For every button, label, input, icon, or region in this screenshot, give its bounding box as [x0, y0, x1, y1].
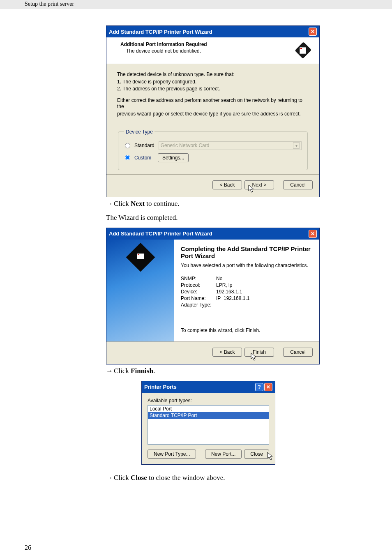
- kv-key: Device:: [181, 289, 216, 295]
- body-text: 1. The device is properly configured.: [117, 79, 309, 85]
- chevron-down-icon: ▾: [293, 142, 300, 149]
- instruction-text: .: [153, 367, 155, 375]
- svg-rect-2: [137, 254, 144, 259]
- kv-key: Adapter Type:: [181, 302, 216, 308]
- kv-row: SNMP:No: [181, 276, 313, 281]
- kv-value: IP_192.168.1.1: [216, 295, 249, 301]
- custom-radio-label[interactable]: Custom: [124, 155, 154, 161]
- settings-button[interactable]: Settings...: [158, 153, 189, 162]
- dropdown-value: Generic Network Card: [161, 143, 210, 148]
- body-text: 2. The address on the previous page is c…: [117, 86, 309, 92]
- device-type-legend: Device Type: [124, 129, 154, 135]
- next-button[interactable]: Next >: [244, 180, 274, 189]
- available-ports-label: Available port types:: [148, 398, 269, 404]
- standard-type-dropdown: Generic Network Card ▾: [159, 141, 302, 150]
- dialog-title: Add Standard TCP/IP Printer Port Wizard: [109, 29, 212, 35]
- list-item[interactable]: Standard TCP/IP Port: [148, 412, 269, 419]
- wizard-header: Additional Port Information Required The…: [106, 37, 319, 64]
- instruction-2: Click Finnish.: [106, 367, 392, 375]
- instruction-text: Click: [114, 367, 131, 375]
- instruction-3: Click Close to close the window above.: [106, 474, 392, 482]
- instruction-bold: Next: [131, 200, 145, 208]
- wizard-footer: < Back Finish Cancel: [106, 341, 319, 364]
- dialog-title: Add Standard TCP/IP Printer Port Wizard: [109, 231, 212, 237]
- body-text: previous wizard page or select the devic…: [117, 111, 309, 118]
- titlebar: Add Standard TCP/IP Printer Port Wizard …: [106, 26, 319, 37]
- page-header: Setup the print server: [0, 0, 392, 9]
- arrow-icon: [106, 367, 114, 375]
- close-icon[interactable]: ✕: [309, 230, 317, 238]
- printer-ports-dialog: Printer Ports ? ✕ Available port types: …: [141, 381, 275, 465]
- wizard-body: The detected device is of unknown type. …: [106, 64, 319, 174]
- kv-row: Device:192.168.1.1: [181, 289, 313, 295]
- finish-button[interactable]: Finish: [244, 348, 274, 357]
- kv-key: Port Name:: [181, 295, 216, 301]
- new-port-button[interactable]: New Port...: [205, 450, 242, 459]
- kv-value: 192.168.1.1: [216, 289, 242, 295]
- instruction-1: Click Next to continue.: [106, 200, 392, 208]
- printer-icon: [294, 42, 312, 60]
- cancel-button[interactable]: Cancel: [283, 180, 313, 189]
- kv-row: Protocol:LPR, lp: [181, 282, 313, 288]
- completion-msg: To complete this wizard, click Finish.: [181, 327, 313, 333]
- dialog-body: Available port types: Local Port Standar…: [142, 393, 275, 464]
- close-icon[interactable]: ✕: [264, 383, 272, 391]
- standard-radio[interactable]: [125, 143, 130, 148]
- port-types-listbox[interactable]: Local Port Standard TCP/IP Port: [148, 405, 269, 445]
- standard-radio-label[interactable]: Standard: [124, 143, 154, 148]
- titlebar: Add Standard TCP/IP Printer Port Wizard …: [106, 228, 319, 240]
- body-text: The detected device is of unknown type. …: [117, 71, 309, 78]
- wizard-sidebar-image: [106, 240, 174, 341]
- device-type-group: Device Type Standard Generic Network Car…: [118, 129, 308, 170]
- custom-radio[interactable]: [125, 155, 130, 160]
- instruction-mid: The Wizard is completed.: [106, 214, 392, 222]
- help-icon[interactable]: ?: [255, 383, 263, 391]
- titlebar: Printer Ports ? ✕: [142, 381, 275, 393]
- kv-value: LPR, lp: [216, 282, 232, 288]
- completion-title: Completing the Add Standard TCP/IP Print…: [181, 245, 313, 259]
- list-item[interactable]: Local Port: [148, 406, 269, 412]
- svg-rect-1: [300, 48, 302, 49]
- close-icon[interactable]: ✕: [309, 28, 317, 36]
- kv-value: No: [216, 276, 222, 281]
- printer-icon: [126, 242, 155, 272]
- completion-desc: You have selected a port with the follow…: [181, 263, 313, 268]
- cancel-button[interactable]: Cancel: [283, 348, 313, 357]
- new-port-type-button[interactable]: New Port Type...: [148, 450, 196, 459]
- kv-key: SNMP:: [181, 276, 216, 281]
- back-button[interactable]: < Back: [212, 348, 242, 357]
- back-button[interactable]: < Back: [212, 180, 242, 189]
- wizard-body: Completing the Add Standard TCP/IP Print…: [106, 240, 319, 341]
- custom-radio-text: Custom: [134, 155, 151, 161]
- body-text: Either correct the address and perform a…: [117, 97, 309, 110]
- wizard-header-title: Additional Port Information Required: [120, 42, 291, 47]
- instruction-text: to close the window above.: [147, 474, 225, 482]
- kv-row: Adapter Type:: [181, 302, 313, 308]
- instruction-text: Click: [114, 474, 131, 482]
- arrow-icon: [106, 200, 114, 208]
- close-button[interactable]: Close: [244, 450, 269, 459]
- dialog-footer: New Port Type... New Port... Close: [148, 450, 269, 459]
- dialog-title: Printer Ports: [144, 384, 177, 390]
- standard-radio-text: Standard: [134, 143, 154, 148]
- instruction-bold: Finnish: [131, 367, 153, 375]
- wizard-dialog-1: Add Standard TCP/IP Printer Port Wizard …: [106, 25, 320, 197]
- instruction-bold: Close: [131, 474, 147, 482]
- kv-key: Protocol:: [181, 282, 216, 288]
- kv-row: Port Name:IP_192.168.1.1: [181, 295, 313, 301]
- arrow-icon: [106, 474, 114, 482]
- instruction-text: Click: [114, 200, 131, 208]
- wizard-footer: < Back Next > Cancel: [106, 174, 319, 197]
- wizard-header-subtitle: The device could not be identified.: [120, 48, 291, 54]
- wizard-dialog-2: Add Standard TCP/IP Printer Port Wizard …: [106, 228, 320, 364]
- instruction-text: to continue.: [145, 200, 180, 208]
